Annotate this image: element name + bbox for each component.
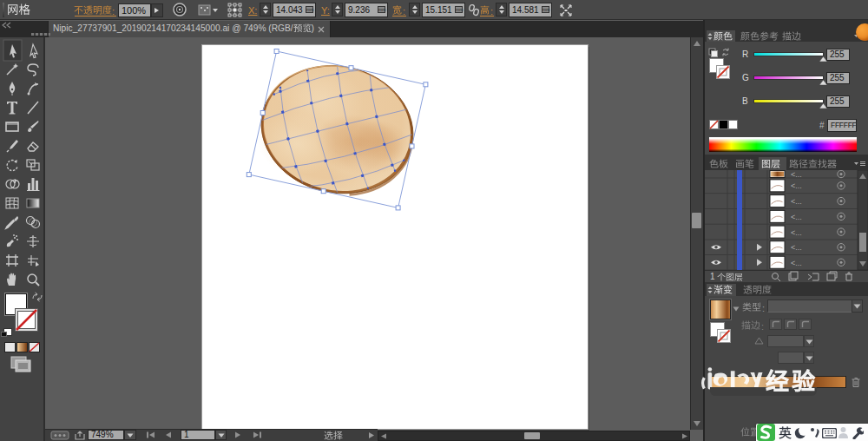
svg-text:<...: <...: [791, 170, 802, 179]
svg-text:<...: <...: [791, 197, 802, 206]
svg-text:<...: <...: [791, 228, 802, 237]
svg-text:<...: <...: [791, 181, 802, 190]
svg-text:<...: <...: [791, 243, 802, 252]
svg-text:<...: <...: [791, 213, 802, 221]
svg-text:<...: <...: [791, 259, 802, 267]
